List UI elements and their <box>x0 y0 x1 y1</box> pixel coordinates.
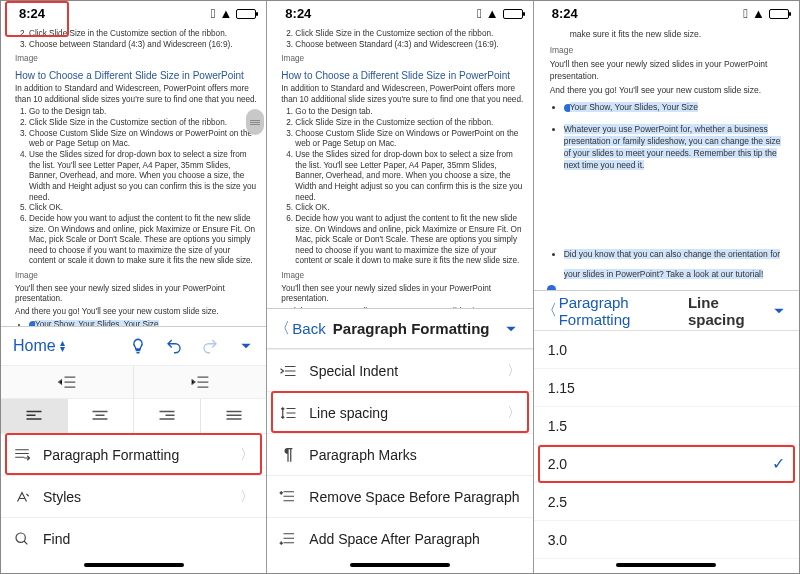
wifi-icon: ▲ <box>219 6 232 21</box>
align-row <box>1 399 266 433</box>
menu-find[interactable]: Find <box>1 517 266 559</box>
document-area[interactable]: Click Slide Size in the Customize sectio… <box>267 23 532 308</box>
image-placeholder-label: Image <box>15 271 258 282</box>
align-center-button[interactable] <box>68 399 135 433</box>
paragraph: You'll then see your newly sized slides … <box>15 284 258 305</box>
chevron-right-icon: 〉 <box>240 446 254 464</box>
decrease-indent-button[interactable] <box>1 366 134 398</box>
scroll-handle[interactable] <box>246 109 264 135</box>
heading-choose-size: How to Choose a Different Slide Size in … <box>15 69 258 82</box>
updown-chevron-icon: ▴▾ <box>60 340 65 352</box>
status-time: 8:24 <box>285 6 311 21</box>
document-area[interactable]: Click Slide Size in the Customize sectio… <box>1 23 266 326</box>
menu-line-spacing[interactable]: Line spacing〉 <box>267 391 532 433</box>
paragraph-formatting-icon <box>13 447 31 463</box>
undo-button[interactable] <box>160 332 188 360</box>
home-indicator[interactable] <box>616 563 716 567</box>
indent-row <box>1 365 266 399</box>
list-item: Did you know that you can also change th… <box>564 244 789 285</box>
collapse-ribbon-button[interactable] <box>767 297 791 325</box>
paragraph: make sure it fits the new slide size. <box>570 29 789 41</box>
list-item: Decide how you want to adjust the conten… <box>295 214 524 267</box>
menu-paragraph-formatting[interactable]: Paragraph Formatting 〉 <box>1 433 266 475</box>
ribbon-panel: Home ▴▾ <box>1 326 266 559</box>
line-spacing-option[interactable]: 1.0 <box>534 331 799 369</box>
signal-icon: 􀙇 <box>743 6 748 21</box>
redo-button[interactable] <box>196 332 224 360</box>
line-spacing-option[interactable]: 1.5 <box>534 407 799 445</box>
chevron-left-icon: 〈 <box>275 319 290 338</box>
image-placeholder-label: Image <box>15 54 258 65</box>
list-item: Click Slide Size in the Customize sectio… <box>295 29 524 40</box>
list-item: Use the Slides sized for drop-down box t… <box>295 150 524 203</box>
menu-add-space-after[interactable]: Add Space After Paragraph <box>267 517 532 559</box>
list-item: Click OK. <box>29 203 258 214</box>
chevron-left-icon: 〈 <box>542 301 557 320</box>
align-right-button[interactable] <box>134 399 201 433</box>
list-item: Your Show, Your Slides, Your Size <box>564 102 789 114</box>
ribbon-tabbar: Home ▴▾ <box>1 327 266 365</box>
remove-space-icon <box>279 489 297 505</box>
line-spacing-option-selected[interactable]: 2.0✓ <box>534 445 799 483</box>
wifi-icon: ▲ <box>752 6 765 21</box>
image-placeholder-label: Image <box>281 271 524 282</box>
image-placeholder-label: Image <box>550 45 789 57</box>
increase-indent-button[interactable] <box>134 366 266 398</box>
styles-icon <box>13 489 31 505</box>
list-item: Click Slide Size in the Customize sectio… <box>295 118 524 129</box>
menu-special-indent[interactable]: Special Indent〉 <box>267 349 532 391</box>
status-time: 8:24 <box>552 6 578 21</box>
panel-title: Paragraph Formatting <box>326 320 497 337</box>
list-item: Whatever you use PowerPoint for, whether… <box>564 124 789 172</box>
phone-1: 8:24 􀙇 ▲ Click Slide Size in the Customi… <box>1 1 267 573</box>
phone-3: 8:24 􀙇▲ make sure it fits the new slide … <box>534 1 799 573</box>
list-item: Click OK. <box>295 203 524 214</box>
panel-title: Line spacing <box>688 294 767 328</box>
line-spacing-option[interactable]: 3.0 <box>534 521 799 559</box>
status-bar: 8:24 􀙇 ▲ <box>1 1 266 23</box>
line-spacing-option[interactable]: 1.15 <box>534 369 799 407</box>
ribbon-tab-selector[interactable]: Home ▴▾ <box>7 333 71 359</box>
align-justify-button[interactable] <box>201 399 267 433</box>
chevron-right-icon: 〉 <box>507 362 521 380</box>
collapse-ribbon-button[interactable] <box>232 332 260 360</box>
status-bar: 8:24 􀙇▲ <box>267 1 532 23</box>
menu-styles[interactable]: Styles 〉 <box>1 475 266 517</box>
line-spacing-option[interactable]: 2.5 <box>534 483 799 521</box>
heading-choose-size: How to Choose a Different Slide Size in … <box>281 69 524 82</box>
list-item: Go to the Design tab. <box>29 107 258 118</box>
add-space-icon <box>279 531 297 547</box>
panel-header: 〈Back Paragraph Formatting <box>267 309 532 349</box>
pilcrow-icon: ¶ <box>279 446 297 464</box>
collapse-ribbon-button[interactable] <box>497 315 525 343</box>
lightbulb-button[interactable] <box>124 332 152 360</box>
search-icon <box>13 531 31 547</box>
line-spacing-icon <box>279 405 297 421</box>
back-button[interactable]: 〈Back <box>275 319 325 338</box>
chevron-right-icon: 〉 <box>240 488 254 506</box>
align-left-button[interactable] <box>1 399 68 433</box>
phone-2: 8:24 􀙇▲ Click Slide Size in the Customiz… <box>267 1 533 573</box>
status-time: 8:24 <box>19 6 45 21</box>
intro-paragraph: In addition to Standard and Widescreen, … <box>281 84 524 105</box>
list-item: Use the Slides sized for drop-down box t… <box>29 150 258 203</box>
battery-icon <box>769 9 789 19</box>
list-item: Choose between Standard (4:3) and Widesc… <box>295 40 524 51</box>
list-item: Choose Custom Slide Size on Windows or P… <box>29 129 258 150</box>
paragraph-formatting-panel: 〈Back Paragraph Formatting Special Inden… <box>267 308 532 559</box>
battery-icon <box>503 9 523 19</box>
document-area[interactable]: make sure it fits the new slide size. Im… <box>534 23 799 290</box>
list-item: Click Slide Size in the Customize sectio… <box>29 118 258 129</box>
chevron-right-icon: 〉 <box>507 404 521 422</box>
home-indicator[interactable] <box>350 563 450 567</box>
menu-remove-space-before[interactable]: Remove Space Before Paragraph <box>267 475 532 517</box>
paragraph: You'll then see your newly sized slides … <box>281 284 524 305</box>
triptych-frame: 8:24 􀙇 ▲ Click Slide Size in the Customi… <box>0 0 800 574</box>
menu-paragraph-marks[interactable]: ¶ Paragraph Marks <box>267 433 532 475</box>
special-indent-icon <box>279 364 297 378</box>
line-spacing-panel: 〈Paragraph Formatting Line spacing 1.0 1… <box>534 290 799 559</box>
paragraph: You'll then see your newly sized slides … <box>550 59 789 83</box>
home-indicator[interactable] <box>84 563 184 567</box>
back-button[interactable]: 〈Paragraph Formatting <box>542 294 682 328</box>
svg-point-0 <box>16 533 25 542</box>
